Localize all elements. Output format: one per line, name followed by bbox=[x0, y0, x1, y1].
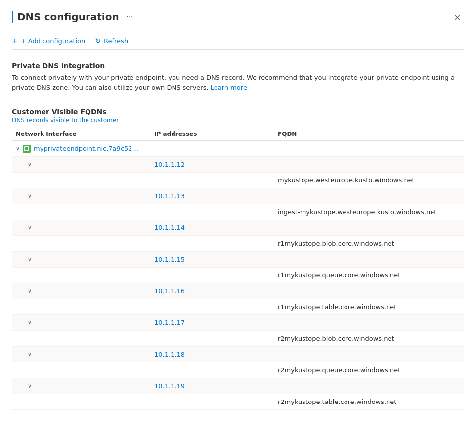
learn-more-link[interactable]: Learn more bbox=[211, 84, 247, 91]
table-row: r2mykustope.queue.core.windows.net bbox=[12, 362, 464, 378]
table-row: ∨ 10.1.1.16 bbox=[12, 283, 464, 299]
svg-rect-2 bbox=[25, 147, 28, 150]
ip-row-nic-cell: ∨ bbox=[16, 319, 154, 326]
table-row: mykustope.westeurope.kusto.windows.net bbox=[12, 173, 464, 188]
fqdn-table: Network Interface IP addresses FQDN ∨ my bbox=[12, 128, 464, 410]
ip-address-cell: 10.1.1.12 bbox=[154, 161, 278, 168]
table-row: ∨ 10.1.1.15 bbox=[12, 252, 464, 268]
ip-row-chevron[interactable]: ∨ bbox=[28, 351, 32, 358]
ip-row-chevron[interactable]: ∨ bbox=[28, 256, 32, 263]
ip-row-nic-cell: ∨ bbox=[16, 224, 154, 231]
dns-configuration-panel: DNS configuration ··· × + + Add configur… bbox=[0, 0, 476, 448]
fqdn-section: Customer Visible FQDNs DNS records visib… bbox=[12, 108, 464, 410]
refresh-icon: ↻ bbox=[95, 37, 101, 45]
nic-cell: ∨ myprivateendpoint.nic.7a9c52... bbox=[16, 145, 154, 153]
ip-row-nic-cell: ∨ bbox=[16, 288, 154, 294]
page-title: DNS configuration bbox=[17, 11, 119, 23]
ellipsis-menu-button[interactable]: ··· bbox=[123, 11, 136, 23]
table-row: r2mykustope.table.core.windows.net bbox=[12, 394, 464, 410]
add-configuration-button[interactable]: + + Add configuration bbox=[12, 37, 85, 45]
nic-link[interactable]: myprivateendpoint.nic.7a9c52... bbox=[34, 145, 138, 152]
table-row: ∨ 10.1.1.12 bbox=[12, 157, 464, 173]
ip-row-chevron[interactable]: ∨ bbox=[28, 288, 32, 294]
fqdn-value-cell: r1mykustope.table.core.windows.net bbox=[278, 303, 460, 311]
fqdn-value-cell: r1mykustope.queue.core.windows.net bbox=[278, 271, 460, 279]
title-bar-accent bbox=[12, 11, 13, 23]
table-row: ∨ 10.1.1.19 bbox=[12, 378, 464, 394]
ip-row-nic-cell: ∨ bbox=[16, 161, 154, 168]
fqdn-value-cell: r2mykustope.queue.core.windows.net bbox=[278, 366, 460, 374]
fqdn-value-cell: r2mykustope.table.core.windows.net bbox=[278, 398, 460, 405]
private-dns-section: Private DNS integration To connect priva… bbox=[12, 62, 464, 92]
ip-row-nic-cell: ∨ bbox=[16, 193, 154, 199]
table-header-row: Network Interface IP addresses FQDN bbox=[12, 128, 464, 141]
table-row: ∨ 10.1.1.14 bbox=[12, 220, 464, 236]
ip-address-cell: 10.1.1.19 bbox=[154, 382, 278, 390]
panel-header: DNS configuration ··· × bbox=[12, 10, 464, 24]
header-left: DNS configuration ··· bbox=[12, 11, 136, 23]
private-dns-description: To connect privately with your private e… bbox=[12, 73, 464, 92]
fqdn-value-cell: r1mykustope.blob.core.windows.net bbox=[278, 240, 460, 247]
add-configuration-label: + Add configuration bbox=[21, 37, 86, 45]
header-ip-addresses: IP addresses bbox=[154, 131, 278, 137]
add-icon: + bbox=[12, 37, 18, 45]
header-network-interface: Network Interface bbox=[16, 131, 154, 137]
close-button[interactable]: × bbox=[450, 10, 464, 24]
fqdn-value-cell: ingest-mykustope.westeurope.kusto.window… bbox=[278, 208, 460, 216]
table-row: r1mykustope.blob.core.windows.net bbox=[12, 236, 464, 252]
nic-parent-row: ∨ myprivateendpoint.nic.7a9c52... bbox=[12, 141, 464, 157]
data-rows-container: ∨ 10.1.1.12 mykustope.westeurope.kusto.w… bbox=[12, 157, 464, 410]
table-row: ∨ 10.1.1.13 bbox=[12, 188, 464, 204]
toolbar: + + Add configuration ↻ Refresh bbox=[12, 32, 464, 50]
table-row: r1mykustope.queue.core.windows.net bbox=[12, 268, 464, 283]
ip-address-cell: 10.1.1.13 bbox=[154, 192, 278, 200]
ip-row-nic-cell: ∨ bbox=[16, 351, 154, 358]
ip-row-chevron[interactable]: ∨ bbox=[28, 383, 32, 389]
ip-row-chevron[interactable]: ∨ bbox=[28, 224, 32, 231]
ip-address-cell: 10.1.1.16 bbox=[154, 287, 278, 295]
ip-address-cell: 10.1.1.15 bbox=[154, 256, 278, 263]
ip-row-chevron[interactable]: ∨ bbox=[28, 319, 32, 326]
ip-address-cell: 10.1.1.14 bbox=[154, 224, 278, 231]
ip-address-cell: 10.1.1.18 bbox=[154, 351, 278, 358]
ip-row-nic-cell: ∨ bbox=[16, 383, 154, 389]
table-row: ∨ 10.1.1.18 bbox=[12, 347, 464, 362]
refresh-label: Refresh bbox=[104, 37, 128, 45]
fqdn-section-title: Customer Visible FQDNs bbox=[12, 108, 464, 116]
header-fqdn: FQDN bbox=[278, 131, 460, 137]
table-row: r2mykustope.blob.core.windows.net bbox=[12, 331, 464, 347]
ip-row-chevron[interactable]: ∨ bbox=[28, 193, 32, 199]
nic-icon bbox=[23, 145, 31, 153]
fqdn-value-cell: mykustope.westeurope.kusto.windows.net bbox=[278, 177, 460, 184]
fqdn-value-cell: r2mykustope.blob.core.windows.net bbox=[278, 335, 460, 342]
table-row: ingest-mykustope.westeurope.kusto.window… bbox=[12, 204, 464, 220]
table-row: r1mykustope.table.core.windows.net bbox=[12, 299, 464, 315]
private-dns-title: Private DNS integration bbox=[12, 62, 464, 70]
fqdn-subtitle: DNS records visible to the customer bbox=[12, 117, 464, 124]
refresh-button[interactable]: ↻ Refresh bbox=[95, 37, 128, 45]
table-row: ∨ 10.1.1.17 bbox=[12, 315, 464, 331]
nic-collapse-chevron[interactable]: ∨ bbox=[16, 145, 20, 152]
ip-row-nic-cell: ∨ bbox=[16, 256, 154, 263]
ip-address-cell: 10.1.1.17 bbox=[154, 319, 278, 326]
ip-row-chevron[interactable]: ∨ bbox=[28, 161, 32, 168]
